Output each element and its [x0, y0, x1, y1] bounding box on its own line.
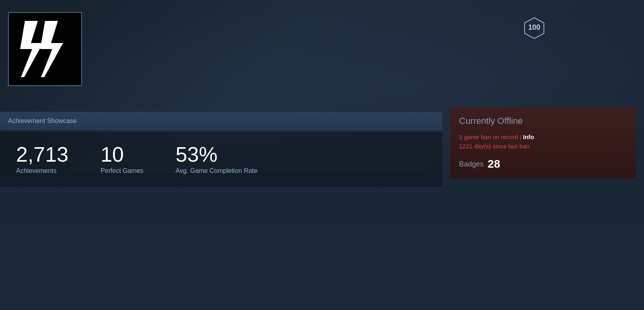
page-wrapper: 88 ▾ 🇩🇪 Hamburg, Hamburg, Germany skinhe…: [0, 0, 644, 310]
main-content-row: Achievement Showcase 2,713 Achievements …: [0, 100, 644, 187]
days-since-ban: 1221 day(s) since last ban: [459, 143, 627, 150]
completion-rate: 53%: [176, 144, 257, 165]
stat-completion-rate: 53% Avg. Game Completion Rate: [176, 144, 257, 175]
avatar-image: [9, 13, 81, 85]
achievements-count: 2,713: [16, 144, 68, 165]
stat-achievements: 2,713 Achievements: [16, 144, 68, 175]
right-content: Currently Offline 1 game ban on record |…: [442, 100, 644, 187]
level-number: 100: [528, 23, 540, 32]
offline-title: Currently Offline: [459, 116, 627, 126]
achievements-label: Achievements: [16, 167, 68, 175]
stats-section: 2,713 Achievements 10 Perfect Games 53% …: [0, 132, 442, 187]
stat-perfect-games: 10 Perfect Games: [100, 144, 144, 175]
completion-label: Avg. Game Completion Rate: [176, 167, 257, 175]
perfect-games-label: Perfect Games: [100, 167, 144, 175]
level-badge: 100: [523, 16, 546, 39]
perfect-games-count: 10: [100, 144, 144, 165]
avatar-frame: [8, 12, 82, 86]
left-content: Achievement Showcase 2,713 Achievements …: [0, 100, 442, 187]
ban-text: 1 game ban on record: [459, 133, 518, 140]
offline-section: Currently Offline 1 game ban on record |…: [450, 108, 636, 179]
ban-separator: |: [520, 133, 523, 140]
badges-label: Badges: [459, 160, 484, 168]
ban-info-link[interactable]: Info: [523, 133, 534, 140]
achievement-showcase-bar: Achievement Showcase: [0, 112, 442, 130]
achievement-showcase-title: Achievement Showcase: [8, 117, 77, 124]
avatar-symbol-icon: [13, 17, 77, 81]
badges-row: Badges 28: [459, 158, 627, 170]
ban-record: 1 game ban on record | Info: [459, 133, 627, 140]
badges-count: 28: [488, 158, 500, 170]
